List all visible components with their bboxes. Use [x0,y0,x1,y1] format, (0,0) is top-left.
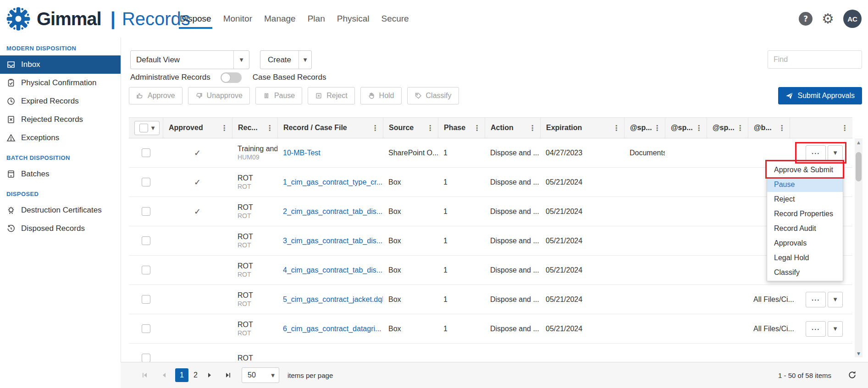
menu-item-pause[interactable]: Pause [767,177,843,192]
classify-button[interactable]: Classify [407,87,459,104]
chevron-down-icon[interactable]: ▼ [233,51,249,69]
find-input[interactable] [768,50,862,69]
column-menu-icon[interactable]: ⋮ [652,124,662,132]
column-menu-icon[interactable]: ⋮ [612,124,621,132]
column-menu-icon[interactable]: ⋮ [735,124,745,132]
nav-tab-physical[interactable]: Physical [337,14,370,24]
menu-item-legal-hold[interactable]: Legal Hold [767,251,843,265]
column-menu-icon[interactable]: ⋮ [265,124,274,132]
row-checkbox[interactable] [142,324,150,333]
column-header-row-actions[interactable]: ⋮ [790,118,852,138]
row-checkbox[interactable] [142,354,150,362]
nav-tab-plan[interactable]: Plan [308,14,325,24]
record-link[interactable]: 3_cim_gas_contract_tab_dis... [283,237,382,245]
column-menu-icon[interactable]: ⋮ [840,124,849,132]
unapprove-button[interactable]: Unapprove [188,87,250,104]
record-link[interactable]: 2_cim_gas_contract_tab_dis... [283,208,382,216]
row-checkbox[interactable] [142,178,150,186]
vertical-scrollbar[interactable]: ▲ ▼ [855,138,862,357]
column-header-phase[interactable]: Phase⋮ [438,118,485,138]
column-header-sp2[interactable]: @sp...⋮ [665,118,707,138]
refresh-button[interactable] [847,370,857,382]
row-more-button[interactable]: ⋯ [806,292,826,307]
column-header-sp3[interactable]: @sp...⋮ [707,118,748,138]
column-header-sp1[interactable]: @sp...⋮ [624,118,665,138]
column-menu-icon[interactable]: ⋮ [528,124,537,132]
page-button-2[interactable]: 2 [189,368,202,382]
column-menu-icon[interactable]: ⋮ [777,124,786,132]
column-menu-icon[interactable]: ⋮ [426,124,435,132]
column-header-b[interactable]: @b...⋮ [748,118,790,138]
row-dropdown-button[interactable]: ▼ [828,292,843,307]
page-size-caret-icon[interactable]: ▼ [267,368,279,383]
sidebar-item-exceptions[interactable]: Exceptions [0,129,121,147]
hold-button[interactable]: Hold [360,87,402,104]
refresh-icon [847,370,857,380]
row-checkbox[interactable] [142,207,150,216]
menu-item-classify[interactable]: Classify [767,265,843,280]
row-checkbox[interactable] [142,148,150,157]
view-selector[interactable]: Default View ▼ [130,50,249,69]
create-button[interactable]: Create ▼ [260,50,312,69]
administrative-records-toggle[interactable] [221,72,242,83]
approve-button[interactable]: Approve [129,87,182,104]
scroll-down-icon[interactable]: ▼ [855,350,862,357]
row-checkbox[interactable] [142,295,150,304]
column-menu-icon[interactable]: ⋮ [694,124,703,132]
select-all-control[interactable]: ▼ [134,121,160,135]
settings-gear-icon[interactable]: ⚙ [822,12,834,26]
column-header-source[interactable]: Source⋮ [383,118,438,138]
reject-button[interactable]: Reject [308,87,354,104]
page-button-1[interactable]: 1 [175,368,188,382]
previous-page-button[interactable] [157,368,171,382]
page-size-select[interactable]: 50 ▼ [242,367,279,383]
menu-item-approvals[interactable]: Approvals [767,236,843,251]
row-dropdown-button[interactable]: ▼ [828,321,843,337]
column-menu-icon[interactable]: ⋮ [370,124,380,132]
sidebar-item-expired-records[interactable]: Expired Records [0,92,121,110]
record-link[interactable]: 4_cim_gas_contract_tab_dis... [283,266,382,274]
select-all-caret-icon[interactable]: ▼ [151,126,155,131]
sidebar-item-physical-confirmation[interactable]: Physical Confirmation [0,74,121,92]
sidebar-item-destruction-certificates[interactable]: Destruction Certificates [0,201,121,219]
last-page-button[interactable] [221,368,234,382]
record-link[interactable]: 1_cim_gas_contract_type_cr... [283,178,382,186]
scrollbar-thumb[interactable] [856,152,862,181]
record-link[interactable]: 6_cim_gas_contract_datagri... [283,325,381,333]
avatar[interactable]: AC [843,10,862,28]
menu-item-record-audit[interactable]: Record Audit [767,221,843,236]
scroll-up-icon[interactable]: ▲ [855,138,862,146]
column-header-record-case-file[interactable]: Record / Case File⋮ [277,118,383,138]
row-checkbox[interactable] [142,236,150,245]
row-more-button[interactable]: ⋯ [806,321,826,337]
column-header-approved[interactable]: Approved⋮ [163,118,232,138]
menu-item-reject[interactable]: Reject [767,192,843,207]
column-menu-icon[interactable]: ⋮ [220,124,229,132]
create-split-caret-icon[interactable]: ▼ [299,51,311,69]
sidebar-item-batches[interactable]: Batches [0,165,121,183]
row-dropdown-button[interactable]: ▼ [828,145,843,161]
next-page-button[interactable] [203,368,216,382]
row-more-button[interactable]: ⋯ [806,145,826,161]
first-page-button[interactable] [138,368,151,382]
row-checkbox[interactable] [142,266,150,274]
nav-tab-dispose[interactable]: Dispose [180,14,211,24]
select-all-checkbox[interactable] [139,124,148,132]
menu-item-record-properties[interactable]: Record Properties [767,207,843,221]
pause-button[interactable]: Pause [255,87,302,104]
record-link[interactable]: 10-MB-Test [283,149,321,157]
sidebar-item-rejected-records[interactable]: Rejected Records [0,110,121,129]
nav-tab-monitor[interactable]: Monitor [223,14,252,24]
menu-item-approve-submit[interactable]: Approve & Submit [767,163,843,177]
sidebar-item-disposed-records[interactable]: Disposed Records [0,219,121,238]
record-link[interactable]: 5_cim_gas_contract_jacket.dql [283,295,383,304]
nav-tab-secure[interactable]: Secure [381,14,409,24]
column-header-rec[interactable]: Rec...⋮ [232,118,277,138]
help-icon[interactable]: ? [799,12,813,26]
column-menu-icon[interactable]: ⋮ [472,124,481,132]
submit-approvals-button[interactable]: Submit Approvals [778,87,862,104]
sidebar-item-inbox[interactable]: Inbox [0,55,121,74]
column-header-expiration[interactable]: Expiration⋮ [540,118,624,138]
column-header-action[interactable]: Action⋮ [485,118,540,138]
nav-tab-manage[interactable]: Manage [264,14,296,24]
